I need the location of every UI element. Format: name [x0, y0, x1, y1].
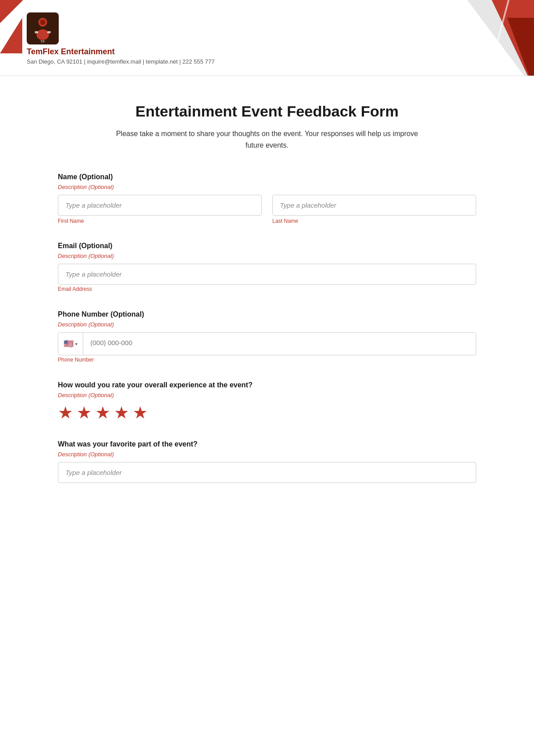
- phone-sublabel: Phone Number: [58, 357, 94, 363]
- first-name-col: First Name: [58, 195, 262, 224]
- company-logo: TF: [27, 12, 59, 44]
- form-title: Entertainment Event Feedback Form: [58, 103, 476, 120]
- phone-field-group: Phone Number (Optional) Description (Opt…: [58, 310, 476, 363]
- phone-label: Phone Number (Optional): [58, 310, 476, 318]
- name-label: Name (Optional): [58, 173, 476, 181]
- email-label: Email (Optional): [58, 242, 476, 250]
- svg-text:TF: TF: [40, 40, 45, 44]
- flag-icon: 🇺🇸: [64, 339, 73, 349]
- favorite-input[interactable]: [58, 462, 476, 483]
- svg-point-2: [40, 20, 45, 25]
- phone-input[interactable]: [83, 333, 476, 353]
- favorite-label: What was your favorite part of the event…: [58, 440, 476, 448]
- name-field-group: Name (Optional) Description (Optional) F…: [58, 173, 476, 224]
- favorite-field-group: What was your favorite part of the event…: [58, 440, 476, 483]
- name-input-row: First Name Last Name: [58, 195, 476, 224]
- star-1[interactable]: ★: [58, 403, 73, 422]
- phone-description: Description (Optional): [58, 321, 476, 328]
- first-name-input[interactable]: [58, 195, 262, 216]
- svg-point-3: [36, 29, 49, 40]
- svg-rect-4: [35, 31, 38, 33]
- chevron-down-icon: ▾: [75, 342, 77, 346]
- favorite-description: Description (Optional): [58, 451, 476, 458]
- company-details: San Diego, CA 92101 | inquire@temflex.ma…: [27, 58, 214, 65]
- star-2[interactable]: ★: [77, 403, 92, 422]
- phone-flag-button[interactable]: 🇺🇸 ▾: [58, 333, 83, 355]
- first-name-sublabel: First Name: [58, 218, 262, 224]
- star-4[interactable]: ★: [114, 403, 129, 422]
- deco-left: [0, 0, 22, 76]
- main-content: Entertainment Event Feedback Form Please…: [0, 76, 534, 756]
- logo-area: TF TemFlex Entertainment San Diego, CA 9…: [27, 12, 214, 65]
- page-header: TF TemFlex Entertainment San Diego, CA 9…: [0, 0, 534, 76]
- email-description: Description (Optional): [58, 253, 476, 259]
- email-sublabel: Email Address: [58, 286, 92, 292]
- star-5[interactable]: ★: [133, 403, 148, 422]
- last-name-sublabel: Last Name: [272, 218, 476, 224]
- rating-description: Description (Optional): [58, 392, 476, 398]
- last-name-col: Last Name: [272, 195, 476, 224]
- name-description: Description (Optional): [58, 184, 476, 190]
- company-name: TemFlex Entertainment: [27, 47, 214, 56]
- email-input[interactable]: [58, 264, 476, 285]
- svg-rect-5: [47, 31, 51, 33]
- deco-right: [445, 0, 534, 76]
- phone-input-row: 🇺🇸 ▾: [58, 332, 476, 355]
- rating-label: How would you rate your overall experien…: [58, 381, 476, 389]
- star-3[interactable]: ★: [95, 403, 110, 422]
- form-subtitle: Please take a moment to share your thoug…: [116, 128, 418, 151]
- stars-row: ★ ★ ★ ★ ★: [58, 403, 476, 422]
- rating-field-group: How would you rate your overall experien…: [58, 381, 476, 422]
- email-field-group: Email (Optional) Description (Optional) …: [58, 242, 476, 293]
- last-name-input[interactable]: [272, 195, 476, 216]
